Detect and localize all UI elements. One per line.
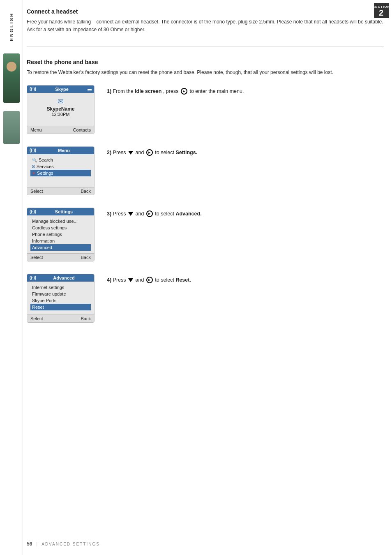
section-divider — [27, 46, 384, 46]
step-2-description: 2) Press and to select Settings. — [107, 146, 384, 157]
step-3-text-advanced: Advanced. — [175, 211, 201, 217]
settings-icon — [32, 171, 35, 176]
step-2-title: Menu — [58, 148, 70, 153]
step-2-item-settings: Settings — [30, 170, 91, 176]
step-3-circle-button-icon — [146, 210, 153, 217]
search-icon — [32, 157, 37, 162]
services-icon — [32, 164, 35, 169]
step-4-num: 4) — [107, 277, 111, 283]
reset-phone-title: Reset the phone and base — [27, 59, 384, 65]
footer-separator: | — [36, 541, 37, 546]
step-3-row: ((·)) Settings Manage blocked use... Cor… — [27, 208, 384, 261]
step-3-item-advanced: Advanced — [30, 244, 91, 251]
step-4-description: 4) Press and to select Reset. — [107, 274, 384, 284]
step-4-circle-button-icon — [146, 277, 153, 283]
step-4-phone-header: ((·)) Advanced — [27, 274, 94, 282]
step-1-text-press: , press — [163, 88, 180, 94]
step-2-num: 2) — [107, 150, 111, 155]
connect-headset-text: Free your hands while talking – connect … — [27, 18, 384, 34]
step-3-phone: ((·)) Settings Manage blocked use... Cor… — [27, 208, 95, 261]
step-2-body: Search Services Settings — [27, 154, 94, 187]
step-1-phone: ((·)) Skype ▬ ✉ SkypeName 12:30PM Menu C… — [27, 85, 95, 134]
step-4-item-skype: Skype Ports — [30, 297, 91, 304]
step-3-footer-left: Select — [30, 255, 43, 260]
step-1-body: ✉ SkypeName 12:30PM — [27, 93, 94, 126]
step-1-phone-header: ((·)) Skype ▬ — [27, 86, 94, 93]
step-2-footer-left: Select — [30, 189, 43, 194]
sidebar-divider — [23, 0, 23, 555]
step-1-idle-name: SkypeName — [30, 106, 91, 112]
step-2-item-search: Search — [30, 157, 91, 163]
step-3-text-press: Press — [113, 211, 127, 217]
step-2-row: ((·)) Menu Search Services Settings — [27, 146, 384, 195]
step-4-body: Internet settings Firmware update Skype … — [27, 282, 94, 314]
step-2-footer: Select Back — [27, 187, 94, 195]
step-2-circle-button-icon — [146, 149, 153, 156]
step-4-phone: ((·)) Advanced Internet settings Firmwar… — [27, 274, 95, 323]
step-2-footer-right: Back — [81, 189, 91, 194]
step-2-item-services: Services — [30, 163, 91, 170]
step-4-arrow-down-icon — [128, 278, 133, 282]
step-4-text-select: to select — [155, 277, 175, 283]
step-4-text-and: and — [136, 277, 145, 283]
step-1-num: 1) — [107, 88, 111, 94]
step-3-num: 3) — [107, 211, 111, 217]
step-4-footer-right: Back — [81, 316, 91, 321]
step-2-item-search-label: Search — [39, 157, 53, 162]
sidebar-photo-2 — [3, 111, 20, 144]
step-2-signal: ((·)) — [30, 148, 36, 153]
step-1-title: Skype — [55, 87, 68, 92]
step-3-text-select: to select — [155, 211, 175, 217]
step-3-footer-right: Back — [81, 255, 91, 260]
connect-headset-section: Connect a headset Free your hands while … — [27, 8, 384, 34]
step-3-title: Settings — [55, 209, 73, 214]
step-4-text-press: Press — [113, 277, 127, 283]
step-1-footer-left: Menu — [30, 127, 42, 132]
section-badge: SECTION 2 — [374, 3, 389, 18]
step-2-item-services-label: Services — [37, 164, 54, 169]
step-2-arrow-down-icon — [128, 151, 133, 155]
main-content: Connect a headset Free your hands while … — [27, 0, 384, 323]
section-number: 2 — [379, 9, 384, 17]
step-4-text-reset: Reset. — [175, 277, 191, 283]
footer-label: ADVANCED SETTINGS — [42, 542, 100, 546]
step-2-text-select: to select — [155, 150, 175, 155]
step-1-footer-right: Contacts — [73, 127, 91, 132]
step-2-item-settings-label: Settings — [37, 171, 53, 176]
step-1-text-end: to enter the main menu. — [189, 88, 244, 94]
left-sidebar: ENGLISH — [0, 0, 23, 555]
step-1-footer: Menu Contacts — [27, 126, 94, 134]
step-3-footer: Select Back — [27, 253, 94, 261]
step-1-idle-icon: ✉ — [30, 97, 91, 106]
step-3-arrow-down-icon — [128, 212, 133, 216]
step-4-footer-left: Select — [30, 316, 43, 321]
step-4-item-reset: Reset — [30, 304, 91, 310]
step-3-item-info: Information — [30, 238, 91, 244]
connect-headset-title: Connect a headset — [27, 8, 384, 15]
sidebar-language-label: ENGLISH — [9, 12, 14, 41]
step-4-signal: ((·)) — [30, 275, 36, 280]
step-3-item-phone: Phone settings — [30, 231, 91, 238]
page-footer: 56 | ADVANCED SETTINGS — [27, 541, 100, 547]
step-1-row: ((·)) Skype ▬ ✉ SkypeName 12:30PM Menu C… — [27, 85, 384, 134]
step-4-item-internet: Internet settings — [30, 284, 91, 291]
step-4-title: Advanced — [53, 275, 75, 280]
step-4-item-firmware: Firmware update — [30, 291, 91, 297]
step-1-signal: ((·)) — [30, 87, 36, 91]
step-4-footer: Select Back — [27, 314, 94, 322]
step-2-phone-header: ((·)) Menu — [27, 147, 94, 154]
sidebar-photo-1 — [3, 53, 20, 103]
step-3-signal: ((·)) — [30, 209, 36, 214]
step-3-item-cordless: Cordless settings — [30, 224, 91, 231]
step-3-phone-header: ((·)) Settings — [27, 208, 94, 215]
step-1-circle-button-icon — [181, 88, 187, 95]
step-3-text-and: and — [136, 211, 145, 217]
step-2-text-settings: Settings. — [175, 150, 197, 155]
step-2-text-and: and — [136, 150, 145, 155]
step-1-description: 1) From the Idle screen , press to enter… — [107, 85, 384, 96]
step-1-battery: ▬ — [88, 87, 92, 91]
step-2-text-press: Press — [113, 150, 127, 155]
step-3-body: Manage blocked use... Cordless settings … — [27, 215, 94, 253]
step-4-row: ((·)) Advanced Internet settings Firmwar… — [27, 274, 384, 323]
step-1-text-from: From the — [113, 88, 135, 94]
